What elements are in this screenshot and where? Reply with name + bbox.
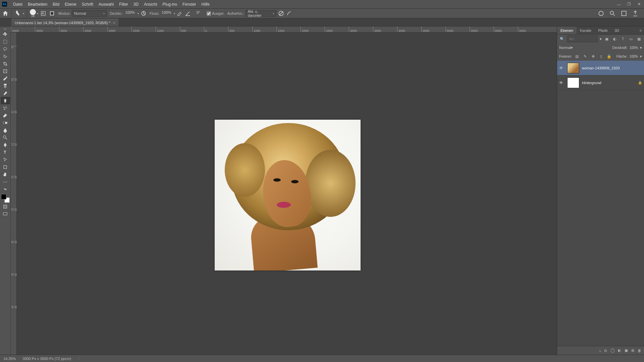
ignore-adjustment-icon[interactable]	[278, 10, 284, 17]
visibility-toggle-icon[interactable]: 👁	[559, 66, 565, 70]
lasso-tool[interactable]	[1, 45, 10, 53]
brush-panel-toggle-icon[interactable]	[40, 10, 47, 17]
viewport[interactable]	[17, 33, 557, 355]
blend-mode-select[interactable]: Normal▾	[72, 10, 107, 17]
lock-artboard-icon[interactable]: ▯	[598, 53, 604, 59]
history-brush-tool[interactable]	[1, 104, 10, 112]
document-tab[interactable]: Unbenannt-1 bei 14,3% (woman-1439909_192…	[11, 19, 118, 26]
crop-tool[interactable]	[1, 60, 10, 67]
panel-tab-kanäle[interactable]: Kanäle	[577, 26, 595, 34]
hand-tool[interactable]	[1, 171, 10, 178]
tool-preset-icon[interactable]	[14, 10, 21, 17]
filter-shape-icon[interactable]: ▭	[628, 36, 634, 42]
layer-fx-icon[interactable]: fx	[604, 349, 607, 353]
window-minimize-button[interactable]: —	[614, 1, 624, 8]
lock-pixels-icon[interactable]: ✎	[582, 53, 588, 59]
adjustment-layer-icon[interactable]: ◐	[618, 348, 621, 353]
cloud-docs-icon[interactable]	[598, 10, 604, 17]
healing-brush-tool[interactable]	[1, 82, 10, 89]
eraser-tool[interactable]	[1, 112, 10, 119]
status-arrow-icon[interactable]: 〉	[78, 356, 82, 361]
lock-all-icon[interactable]: 🔒	[606, 53, 612, 59]
sample-select[interactable]: Akt. u. darunter▾	[246, 10, 276, 17]
type-tool[interactable]: T	[1, 148, 10, 156]
menu-item-fenster[interactable]: Fenster	[180, 2, 199, 7]
close-tab-icon[interactable]: ×	[113, 21, 115, 25]
layer-thumbnail[interactable]	[567, 77, 579, 88]
edit-toolbar-icon[interactable]: ⇆	[1, 185, 10, 193]
panel-tab-pfade[interactable]: Pfade	[595, 26, 611, 34]
marquee-tool[interactable]	[1, 38, 10, 45]
layer-name[interactable]: Hintergrund	[582, 81, 601, 85]
document-info[interactable]: 3000 Px x 3000 Px (72 ppcm)	[22, 357, 71, 361]
menu-item-ebene[interactable]: Ebene	[62, 2, 79, 7]
layer-name[interactable]: woman-1439909_1920	[582, 66, 620, 70]
filter-image-icon[interactable]: ▣	[604, 36, 610, 42]
shape-tool[interactable]	[1, 163, 10, 171]
screen-mode-icon[interactable]	[1, 210, 10, 218]
quick-mask-icon[interactable]	[1, 203, 10, 210]
delete-layer-icon[interactable]: 🗑	[638, 349, 641, 353]
home-icon[interactable]	[2, 10, 9, 17]
pressure-size-icon[interactable]	[286, 10, 292, 17]
brush-preset-picker[interactable]: 18 ▾	[30, 9, 38, 18]
aligned-checkbox[interactable]: Ausger.	[207, 11, 224, 16]
flow-field[interactable]: 100%	[161, 10, 172, 16]
frame-tool[interactable]	[1, 67, 10, 75]
lock-transparency-icon[interactable]: ▨	[574, 53, 580, 59]
menu-item-hilfe[interactable]: Hilfe	[199, 2, 212, 7]
angle-field[interactable]: 0°	[193, 10, 204, 16]
window-close-button[interactable]: ✕	[634, 1, 644, 8]
layer-blend-mode-select[interactable]: Normal▾	[559, 46, 610, 50]
menu-item-filter[interactable]: Filter	[116, 2, 131, 7]
brush-settings-icon[interactable]	[48, 10, 56, 17]
airbrush-icon[interactable]	[176, 10, 183, 17]
foreground-background-colors[interactable]	[1, 194, 10, 203]
layer-row[interactable]: 👁Hintergrund🔒	[557, 75, 644, 90]
menu-item-3d[interactable]: 3D	[131, 2, 141, 7]
search-icon[interactable]	[609, 10, 616, 17]
arrange-docs-icon[interactable]	[621, 10, 627, 17]
brush-tool[interactable]	[1, 89, 10, 97]
window-restore-button[interactable]: ❐	[624, 1, 634, 8]
filter-smart-icon[interactable]: ▦	[636, 36, 642, 42]
layer-row[interactable]: 👁woman-1439909_1920	[557, 61, 644, 75]
eyedropper-tool[interactable]	[1, 75, 10, 82]
menu-item-schrift[interactable]: Schrift	[79, 2, 96, 7]
panel-menu-icon[interactable]: ≡	[637, 26, 644, 34]
menu-item-plug-ins[interactable]: Plug-ins	[160, 2, 180, 7]
visibility-toggle-icon[interactable]: 👁	[559, 80, 565, 85]
fill-field[interactable]: 100%	[629, 55, 638, 58]
group-layers-icon[interactable]: ▣	[625, 348, 628, 353]
path-selection-tool[interactable]	[1, 156, 10, 163]
menu-item-ansicht[interactable]: Ansicht	[141, 2, 160, 7]
collapse-handle-icon[interactable]: ▸▸	[1, 27, 10, 31]
pen-tool[interactable]	[1, 141, 10, 148]
menu-item-datei[interactable]: Datei	[10, 2, 25, 7]
panel-tab-ebenen[interactable]: Ebenen	[557, 26, 577, 34]
gradient-tool[interactable]	[1, 119, 10, 126]
menu-item-auswahl[interactable]: Auswahl	[96, 2, 116, 7]
filter-adjustment-icon[interactable]: ◐	[612, 36, 618, 42]
more-tools-icon[interactable]: ⋯	[1, 178, 10, 185]
new-layer-icon[interactable]: ⊞	[631, 348, 634, 353]
zoom-level[interactable]: 14,35%	[3, 357, 16, 361]
menu-item-bearbeiten[interactable]: Bearbeiten	[25, 2, 50, 7]
opacity-field[interactable]: 100%	[124, 10, 136, 16]
menu-item-bild[interactable]: Bild	[50, 2, 62, 7]
opacity-pressure-icon[interactable]	[140, 10, 147, 17]
layer-thumbnail[interactable]	[567, 63, 579, 73]
layer-opacity-field[interactable]: 100%	[629, 46, 638, 50]
share-icon[interactable]	[632, 10, 639, 17]
filter-type-icon[interactable]: T	[620, 36, 626, 42]
link-layers-icon[interactable]: ⵿	[599, 349, 601, 353]
panel-tab-3d[interactable]: 3D	[611, 26, 623, 34]
layer-filter-select[interactable]	[567, 36, 598, 42]
quick-selection-tool[interactable]	[1, 53, 10, 60]
lock-position-icon[interactable]: ✥	[590, 53, 596, 59]
search-icon[interactable]: 🔍	[559, 36, 565, 42]
clone-stamp-tool[interactable]	[1, 97, 10, 104]
layer-mask-icon[interactable]: ◯	[610, 348, 614, 353]
dodge-tool[interactable]	[1, 134, 10, 141]
move-tool[interactable]	[1, 31, 10, 38]
